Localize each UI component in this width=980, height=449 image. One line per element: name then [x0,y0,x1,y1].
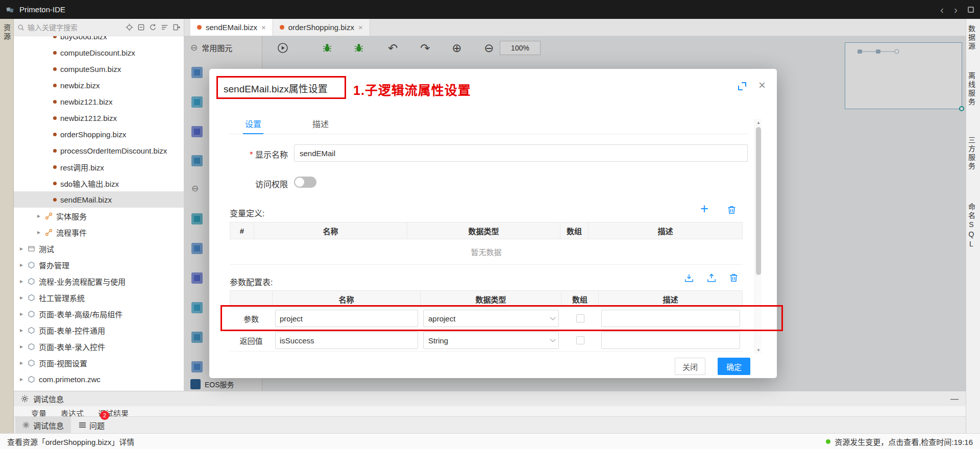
left-activity-strip: 资源 [0,19,14,433]
tree-item[interactable]: processOrderItemDiscount.bizx [14,142,184,159]
minimize-panel-icon[interactable]: — [950,394,959,404]
confirm-button[interactable]: 确定 [718,358,750,375]
tree-item[interactable]: ▸页面-表单-高级/布局组件 [14,306,184,322]
expand-arrow-icon[interactable]: ▸ [36,212,41,219]
bottom-tab-bar: 调试信息 问题 [14,416,966,433]
tree-item[interactable]: ▸页面-表单-录入控件 [14,338,184,355]
strip-tab-datasource[interactable]: 数据源 [966,25,980,51]
bottom-tab-label: 问题 [89,420,105,431]
expand-arrow-icon[interactable]: ▸ [19,359,24,366]
delete-param-icon[interactable] [729,273,739,283]
expand-arrow-icon[interactable]: ▸ [19,294,24,301]
search-input[interactable] [28,23,122,32]
tree-item-label: computeSum.bizx [60,65,121,73]
tree-item[interactable]: ▸流程-业务流程配置与使用 [14,273,184,289]
strip-tab-offline-service[interactable]: 离线服务 [966,72,980,107]
expand-arrow-icon[interactable]: ▸ [19,327,24,334]
close-tab-icon[interactable]: × [261,23,266,32]
tree-item-label: 督办管理 [39,260,69,270]
tree-item[interactable]: newbiz121.bizx [14,93,184,110]
tree-item[interactable]: ▸测试 [14,240,184,257]
param-desc-input[interactable] [601,332,740,349]
tree-item-label: computeDiscount.bizx [60,48,135,57]
tree-item[interactable]: ▸com.primeton.zwc [14,371,184,387]
collapse-all-icon[interactable] [137,23,145,31]
debug-subtab-variables[interactable]: 变量 [31,406,46,416]
expand-arrow-icon[interactable]: ▸ [19,278,24,285]
scroll-up-icon[interactable]: ▲ [755,119,762,126]
expand-arrow-icon[interactable]: ▸ [19,343,24,350]
expand-arrow-icon[interactable]: ▸ [19,376,24,383]
bizx-file-icon [53,182,57,185]
service-icon [45,212,53,220]
nav-forward-icon[interactable]: › [954,4,958,16]
tree-item[interactable]: orderShopping.bizx [14,126,184,142]
tab-settings[interactable]: 设置 [245,116,261,134]
filter-list-icon[interactable] [161,23,168,31]
tree-item[interactable]: ▸页面-视图设置 [14,355,184,371]
export-icon[interactable] [173,23,180,31]
tree-item-label: com.primeton.zwc [39,375,101,384]
dialog-close-icon[interactable]: × [758,78,766,92]
tree-item[interactable]: ▸督办管理 [14,257,184,273]
column-header: 描述 [589,222,743,239]
tree-item[interactable]: newbiz1212.bizx [14,110,184,126]
debug-subtab-expressions[interactable]: 表达式 [61,406,84,416]
editor-tab-bar: sendEMail.bizx × orderShopping.bizx × [184,19,966,36]
bizx-file-icon [53,149,57,153]
tree-item[interactable]: ▸页面-表单-控件通用 [14,322,184,338]
status-left-text: 查看资源「orderShopping.bizx」详情 [7,436,134,447]
tree-item-label: processOrderItemDiscount.bizx [60,146,167,155]
tree-item[interactable]: newbiz.bizx [14,77,184,93]
scrollbar-thumb[interactable] [756,127,761,275]
annotation-step1-text: 1.子逻辑流属性设置 [353,80,471,98]
expand-arrow-icon[interactable]: ▸ [19,310,24,317]
strip-tab-named-sql[interactable]: 命名SQL [966,203,980,250]
window-layout-icon[interactable] [968,7,974,13]
tree-item[interactable]: ▸社工管理系统 [14,289,184,306]
export-params-icon[interactable] [706,273,717,283]
delete-variable-icon[interactable] [727,205,737,215]
tree-item[interactable]: buyGood.bizx [14,36,184,44]
tree-item[interactable]: rest调用.bizx [14,159,184,175]
array-checkbox[interactable] [576,336,584,344]
close-button[interactable]: 关闭 [675,358,705,375]
nav-back-icon[interactable]: ‹ [940,4,944,16]
bottom-tab-debug-info[interactable]: 调试信息 [15,417,71,433]
bizx-file-icon [53,198,57,202]
bizx-file-icon [53,67,57,71]
close-tab-icon[interactable]: × [358,23,363,32]
editor-tab-sendemail[interactable]: sendEMail.bizx × [190,19,273,36]
refresh-icon[interactable] [149,23,157,31]
locate-icon[interactable] [126,23,133,31]
explorer-search-row [14,19,184,36]
display-name-input[interactable] [294,144,748,162]
tree-item[interactable]: ▸实体服务 [14,208,184,224]
tree-item-label: 社工管理系统 [39,292,85,303]
expand-arrow-icon[interactable]: ▸ [19,245,24,252]
tree-item[interactable]: computeDiscount.bizx [14,44,184,61]
fullscreen-icon[interactable] [738,82,746,90]
param-name-input[interactable] [275,332,418,349]
access-permission-toggle[interactable] [294,177,316,188]
status-bar: 查看资源「orderShopping.bizx」详情 资源发生变更，点击查看,检… [0,433,980,449]
param-type-cell: 返回值 [230,330,273,352]
package-icon [28,294,35,302]
status-resource-change[interactable]: 资源发生变更，点击查看,检查时间:19:16 [826,436,973,447]
strip-tab-thirdparty-service[interactable]: 三方服务 [966,136,980,171]
tree-item[interactable]: ▸流程事件 [14,224,184,240]
expand-arrow-icon[interactable]: ▸ [36,229,41,236]
tree-item-selected[interactable]: sendEMail.bizx [14,191,184,208]
import-params-icon[interactable] [684,273,694,283]
expand-arrow-icon[interactable]: ▸ [19,261,24,268]
editor-tab-ordershopping[interactable]: orderShopping.bizx × [273,19,370,36]
resources-strip-tab[interactable]: 资源 [2,24,12,41]
add-variable-icon[interactable]: + [700,204,708,214]
debug-info-bar[interactable]: 调试信息 — [14,391,966,406]
tab-description[interactable]: 描述 [312,116,329,134]
param-datatype-select[interactable]: String [423,332,559,349]
scroll-down-icon[interactable]: ▼ [755,346,762,354]
bizx-tab-icon [197,25,202,30]
tree-item[interactable]: computeSum.bizx [14,61,184,77]
tree-item[interactable]: sdo输入输出.bizx [14,175,184,191]
